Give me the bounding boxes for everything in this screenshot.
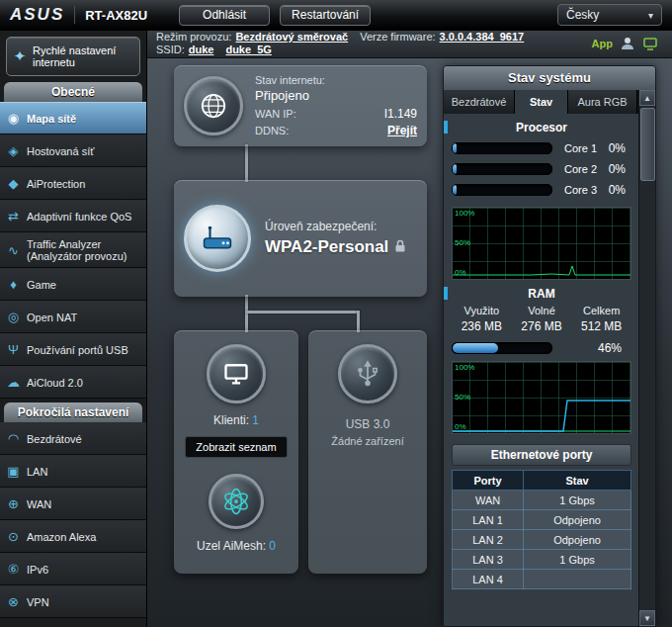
ethernet-ports-table: Porty Stav WAN 1 Gbps LAN 1 Odpojeno LAN… (452, 470, 631, 589)
scrollbar[interactable] (638, 90, 655, 626)
info-bar: Režim provozu:Bezdrátový směrovačVerze f… (146, 30, 672, 58)
cpu-core3-value: 0% (609, 183, 631, 197)
sidebar-item-game[interactable]: Game (0, 268, 146, 301)
sidebar-item-label: LAN (27, 466, 139, 478)
security-card: Úroveň zabezpečení: WPA2-Personal (174, 180, 427, 297)
table-header-row: Porty Stav (453, 471, 631, 491)
amazon-alexa-icon (0, 529, 27, 544)
internet-status-value: Připojeno (255, 88, 417, 103)
firmware-version-link[interactable]: 3.0.0.4.384_9617 (440, 31, 525, 43)
system-status-content: Procesor Core 1 0% Core 2 0% Core 3 0% 1… (444, 114, 639, 626)
port-cell: LAN 3 (453, 550, 524, 570)
system-status-title: Stav systému (444, 66, 655, 90)
cpu-core3-bar (452, 184, 552, 196)
aiprotection-shield-icon (0, 176, 27, 191)
ram-free-value: 276 MB (512, 319, 572, 333)
sidebar-item-open-nat[interactable]: Open NAT (0, 301, 146, 333)
sidebar-item-adaptive-qos[interactable]: Adaptivní funkce QoS (0, 200, 146, 232)
ram-free: Volné 276 MB (512, 305, 572, 333)
aimesh-count-line: Uzel AiMesh: 0 (197, 539, 276, 553)
language-selector[interactable]: Česky (557, 4, 662, 26)
connector-line (245, 144, 248, 182)
sidebar-item-aicloud[interactable]: AiCloud 2.0 (0, 366, 146, 399)
port-cell: LAN 4 (453, 570, 524, 589)
aimesh-label: Uzel AiMesh: (197, 539, 266, 553)
sidebar-item-amazon-alexa[interactable]: Amazon Alexa (0, 520, 146, 553)
sidebar-item-wireless[interactable]: Bezdrátové (0, 422, 146, 455)
sidebar-item-label: WAN (27, 498, 139, 510)
internet-status-card: Stav internetu: Připojeno WAN IP: I1.149… (174, 65, 427, 146)
security-value-row: WPA2-Personal (265, 237, 406, 257)
sidebar-item-network-map[interactable]: Mapa sítě (0, 102, 146, 134)
internet-info: Stav internetu: Připojeno WAN IP: I1.149… (255, 74, 417, 137)
ssid-24g-link[interactable]: duke (189, 44, 214, 55)
view-list-button[interactable]: Zobrazit seznam (185, 436, 287, 458)
column-header-port: Porty (453, 471, 524, 491)
aimesh-button[interactable] (209, 474, 264, 529)
ram-used-value: 236 MB (452, 319, 512, 333)
wired-network-icon[interactable] (642, 36, 658, 51)
cpu-usage-graph: 100% 50% 0% (452, 207, 631, 280)
scroll-up-button[interactable] (639, 90, 655, 106)
sidebar-item-guest-network[interactable]: Hostovaná síť (0, 134, 146, 167)
aimesh-atom-icon (221, 487, 251, 516)
tab-status[interactable]: Stav (515, 90, 568, 114)
cpu-title: Procesor (516, 121, 567, 134)
ssid-5g-link[interactable]: duke_5G (225, 44, 271, 55)
ddns-label: DDNS: (255, 125, 289, 136)
wan-ip-value: I1.149 (384, 107, 417, 121)
usb-button[interactable] (338, 344, 397, 403)
open-nat-icon (0, 310, 27, 324)
cpu-core-row: Core 3 0% (452, 183, 631, 197)
operation-mode-link[interactable]: Bezdrátový směrovač (235, 31, 348, 43)
internet-globe-button[interactable] (184, 76, 243, 135)
sidebar-item-usb-application[interactable]: Používání portů USB (0, 333, 146, 366)
ddns-row: DDNS: Přejít (255, 124, 417, 137)
status-cell: 1 Gbps (524, 550, 631, 570)
router-button[interactable] (184, 205, 251, 272)
logout-button[interactable]: Odhlásit (179, 5, 270, 26)
language-value: Česky (566, 8, 599, 22)
sidebar-item-wan[interactable]: WAN (0, 488, 146, 520)
lan-icon (0, 464, 27, 479)
traffic-analyzer-icon (0, 243, 27, 258)
asus-logo[interactable]: ASUS (10, 5, 64, 25)
sidebar-item-label: Amazon Alexa (27, 531, 139, 543)
clients-button[interactable] (207, 344, 266, 403)
sidebar-section-advanced: Pokročilá nastavení (4, 403, 142, 422)
scrollbar-thumb[interactable] (640, 108, 655, 181)
info-bar-text: Režim provozu:Bezdrátový směrovačVerze f… (146, 31, 536, 56)
app-link[interactable]: App (592, 38, 613, 49)
sidebar-item-label: VPN (27, 596, 139, 608)
usb-device-status: Žádné zařízení (331, 435, 403, 447)
column-header-status: Stav (524, 471, 631, 491)
quick-internet-setup-button[interactable]: Rychlé nastavení internetu (6, 37, 140, 76)
system-status-tabs: Bezdrátové Stav Aura RGB (444, 90, 655, 114)
ethernet-ports-title: Ethernetové porty (452, 444, 631, 466)
tab-wireless[interactable]: Bezdrátové (444, 90, 515, 114)
tab-aura-rgb[interactable]: Aura RGB (568, 90, 637, 114)
ddns-go-link[interactable]: Přejít (387, 124, 417, 137)
usb-card: USB 3.0 Žádné zařízení (308, 330, 427, 574)
sidebar-item-label: Game (27, 279, 139, 291)
sidebar-item-traffic-analyzer[interactable]: Traffic Analyzer (Analyzátor provozu) (0, 232, 146, 268)
table-row: WAN 1 Gbps (453, 491, 631, 510)
adaptive-qos-icon (0, 209, 27, 224)
cpu-core1-value: 0% (609, 141, 631, 155)
section-accent (444, 287, 448, 300)
divider (74, 6, 75, 24)
sidebar-item-aiprotection[interactable]: AiProtection (0, 167, 146, 200)
sidebar-item-ipv6[interactable]: IPv6 (0, 553, 146, 585)
sidebar-item-lan[interactable]: LAN (0, 455, 146, 488)
cpu-core-row: Core 2 0% (452, 162, 631, 176)
reboot-button[interactable]: Restartování (280, 5, 371, 26)
ram-section-title: RAM (444, 287, 639, 301)
scroll-down-button[interactable] (639, 610, 655, 626)
clients-icon[interactable] (620, 36, 635, 51)
table-row: LAN 2 Odpojeno (453, 530, 631, 550)
sidebar-item-label: Open NAT (27, 312, 139, 323)
sidebar-item-label: Používání portů USB (27, 344, 139, 356)
sidebar-item-vpn[interactable]: VPN (0, 585, 146, 618)
aicloud-icon (0, 375, 27, 390)
security-level-value: WPA2-Personal (265, 237, 388, 257)
